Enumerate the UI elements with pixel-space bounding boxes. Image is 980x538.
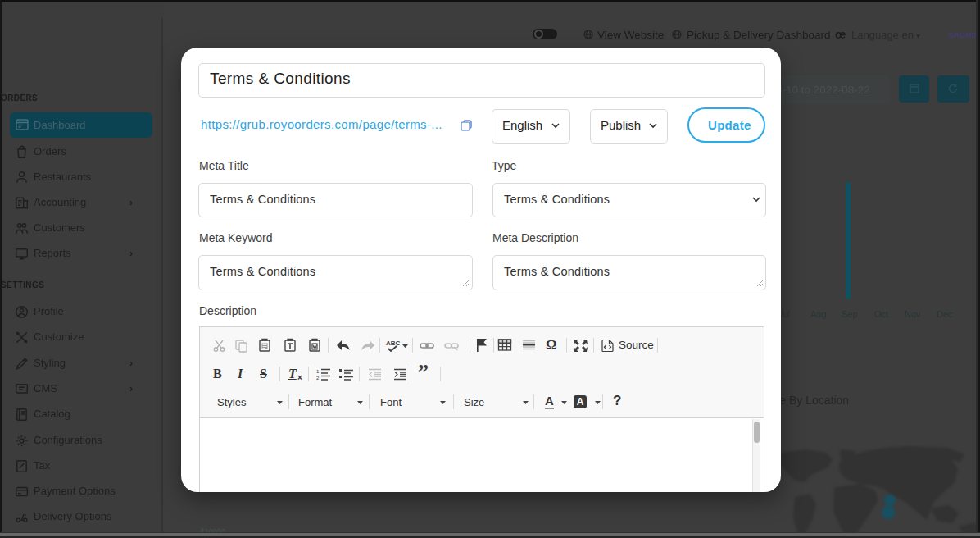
svg-text:1: 1: [316, 369, 320, 374]
svg-text:2: 2: [316, 376, 320, 381]
